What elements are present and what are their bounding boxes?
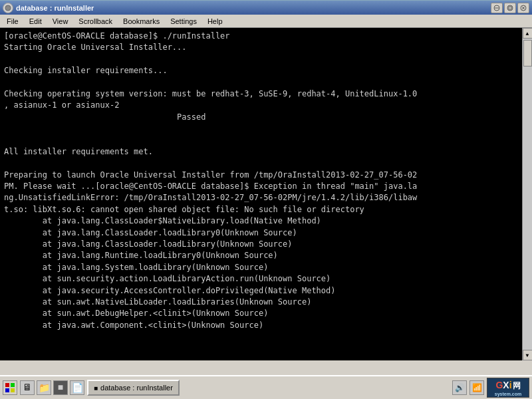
- taskbar-icon-3[interactable]: ■: [53, 380, 68, 395]
- maximize-button[interactable]: [504, 3, 516, 13]
- taskbar-network-icon[interactable]: 📶: [469, 380, 484, 395]
- scrollbar-track: ▲ ▼: [522, 28, 532, 360]
- svg-point-0: [5, 5, 11, 11]
- svg-rect-8: [5, 383, 9, 387]
- scrollbar-down-button[interactable]: ▼: [523, 350, 533, 360]
- menu-view[interactable]: View: [47, 17, 74, 26]
- terminal-container: [oracle@CentOS-ORACLE database]$ ./runIn…: [0, 28, 532, 360]
- svg-rect-9: [11, 383, 15, 387]
- svg-point-3: [507, 5, 513, 11]
- taskbar-icon-2[interactable]: 📁: [37, 380, 51, 395]
- window-icon: [3, 3, 13, 13]
- taskbar-quick-launch: 🖥 📁 ■ 📄: [20, 380, 84, 395]
- taskbar-icon-1[interactable]: 🖥: [20, 380, 35, 395]
- menu-bar: File Edit View Scrollback Bookmarks Sett…: [0, 15, 532, 28]
- taskbar-start-icon[interactable]: [3, 380, 17, 395]
- menu-scrollback[interactable]: Scrollback: [73, 17, 118, 26]
- svg-rect-10: [5, 388, 9, 392]
- svg-rect-4: [509, 7, 511, 9]
- menu-bookmarks[interactable]: Bookmarks: [118, 17, 165, 26]
- title-bar-left: database : runInstaller: [3, 3, 94, 13]
- terminal-text: [oracle@CentOS-ORACLE database]$ ./runIn…: [4, 31, 518, 331]
- close-button[interactable]: [517, 3, 529, 13]
- title-bar: database : runInstaller: [0, 0, 532, 15]
- terminal-content[interactable]: [oracle@CentOS-ORACLE database]$ ./runIn…: [0, 28, 522, 360]
- menu-edit[interactable]: Edit: [24, 17, 47, 26]
- svg-rect-11: [11, 388, 15, 392]
- taskbar-sound-icon[interactable]: 🔊: [452, 380, 467, 395]
- taskbar-window-icon: ■: [94, 384, 98, 392]
- scrollbar-thumb[interactable]: [523, 40, 532, 66]
- taskbar: 🖥 📁 ■ 📄 ■ database : runInstaller 🔊 📶 G …: [0, 375, 532, 399]
- scrollbar-up-button[interactable]: ▲: [523, 28, 533, 39]
- taskbar-logo: G X i 网 system.com: [487, 378, 529, 398]
- taskbar-window-label: database : runInstaller: [100, 384, 173, 392]
- menu-file[interactable]: File: [1, 17, 24, 26]
- menu-settings[interactable]: Settings: [165, 17, 202, 26]
- menu-help[interactable]: Help: [202, 17, 228, 26]
- logo-sub: system.com: [495, 392, 521, 396]
- taskbar-window-button[interactable]: ■ database : runInstaller: [87, 380, 180, 396]
- title-bar-controls: [491, 3, 529, 13]
- title-text: database : runInstaller: [16, 4, 94, 12]
- minimize-button[interactable]: [491, 3, 503, 13]
- taskbar-icon-4[interactable]: 📄: [70, 380, 84, 395]
